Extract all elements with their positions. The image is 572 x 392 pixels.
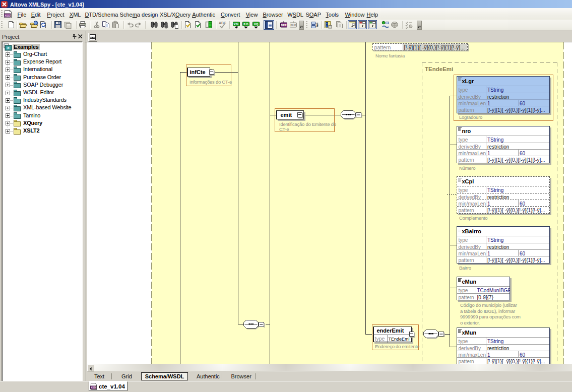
svg-text:FILE: FILE	[291, 24, 296, 27]
svg-text:XSD: XSD	[91, 386, 96, 389]
svg-text:ABC: ABC	[219, 21, 226, 25]
svg-text:P: P	[7, 47, 9, 50]
svg-text:XSD: XSD	[5, 14, 10, 17]
svg-text:DEF: DEF	[281, 24, 287, 27]
svg-text:XQ: XQ	[254, 23, 259, 26]
svg-text:XSL: XSL	[233, 23, 239, 26]
svg-text:F.O: F.O	[244, 23, 249, 26]
svg-text:E: E	[316, 25, 319, 28]
